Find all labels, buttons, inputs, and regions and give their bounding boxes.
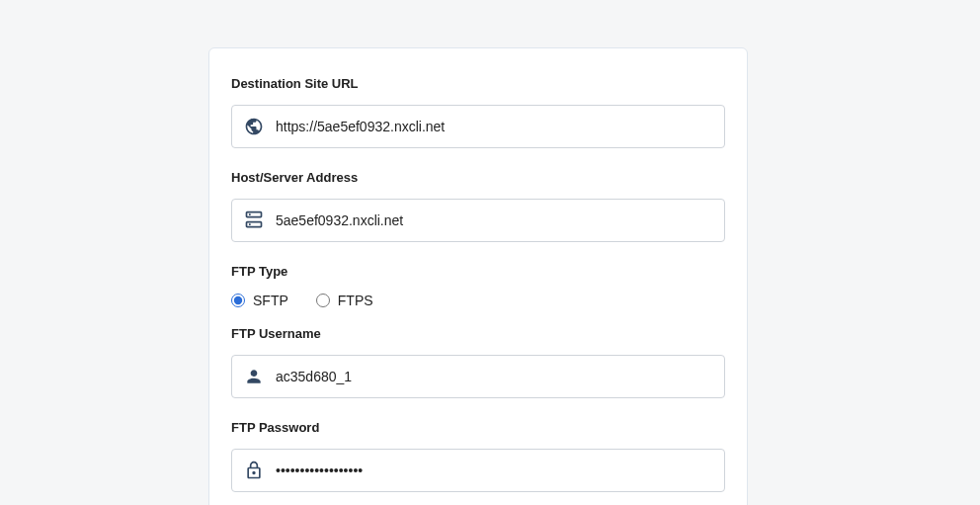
ftp-password-group: FTP Password — [231, 420, 725, 492]
ftp-type-radio-row: SFTP FTPS — [231, 293, 725, 308]
ftp-type-group: FTP Type SFTP FTPS FTP Username — [231, 264, 725, 398]
ftp-type-ftps-label[interactable]: FTPS — [338, 293, 373, 308]
ftp-username-input[interactable] — [276, 369, 712, 384]
ftp-type-sftp-label[interactable]: SFTP — [253, 293, 288, 308]
ftp-type-sftp-radio[interactable] — [231, 294, 245, 307]
ftp-settings-panel: Destination Site URL Host/Server Address… — [208, 47, 748, 505]
ftp-username-input-wrap[interactable] — [231, 355, 725, 398]
host-address-group: Host/Server Address — [231, 170, 725, 242]
destination-url-input-wrap[interactable] — [231, 105, 725, 148]
ftp-username-label: FTP Username — [231, 326, 725, 341]
destination-url-group: Destination Site URL — [231, 76, 725, 148]
ftp-type-ftps-radio[interactable] — [316, 294, 330, 307]
ftp-type-sftp-item[interactable]: SFTP — [231, 293, 288, 308]
user-icon — [244, 367, 264, 386]
ftp-password-input[interactable] — [276, 463, 712, 478]
globe-icon — [244, 117, 264, 136]
ftp-type-ftps-item[interactable]: FTPS — [316, 293, 373, 308]
host-address-label: Host/Server Address — [231, 170, 725, 185]
host-address-input-wrap[interactable] — [231, 199, 725, 242]
destination-url-label: Destination Site URL — [231, 76, 725, 91]
host-address-input[interactable] — [276, 212, 712, 228]
ftp-password-input-wrap[interactable] — [231, 449, 725, 492]
destination-url-input[interactable] — [276, 119, 712, 134]
lock-icon — [244, 461, 264, 480]
server-icon — [244, 210, 264, 230]
ftp-type-label: FTP Type — [231, 264, 725, 279]
ftp-password-label: FTP Password — [231, 420, 725, 435]
